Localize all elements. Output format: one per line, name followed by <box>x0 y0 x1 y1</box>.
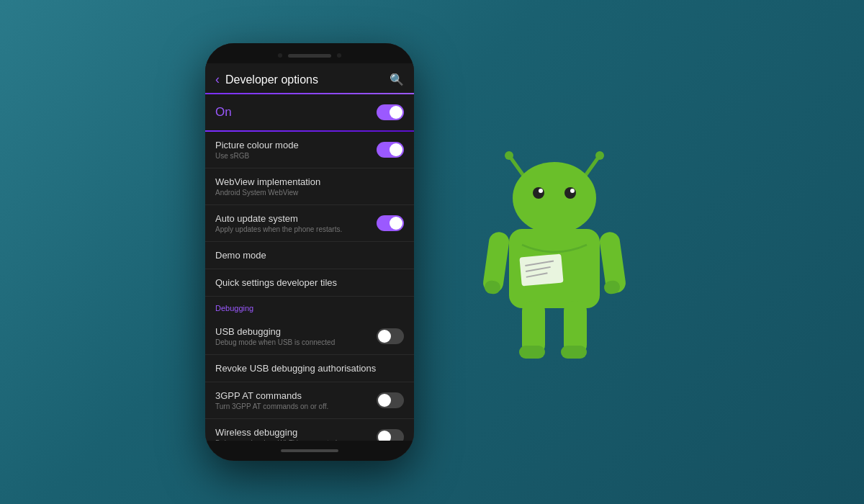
phone: ‹ Developer options 🔍 On Picture colour … <box>205 43 414 461</box>
toggle-6[interactable] <box>377 328 404 344</box>
toggle-2[interactable] <box>377 215 404 231</box>
on-toggle-switch[interactable] <box>377 104 404 120</box>
setting-row-3[interactable]: Demo mode <box>205 242 414 269</box>
setting-subtitle-9: Debug mode when Wi-Fi is connected <box>215 439 371 441</box>
setting-title-0: Picture colour mode <box>215 140 371 150</box>
back-button[interactable]: ‹ <box>215 72 220 87</box>
setting-text-6: USB debuggingDebug mode when USB is conn… <box>215 326 377 346</box>
toggle-knob-8 <box>378 394 391 407</box>
setting-subtitle-8: Turn 3GPP AT commands on or off. <box>215 402 371 410</box>
setting-row-8[interactable]: 3GPP AT commandsTurn 3GPP AT commands on… <box>205 382 414 419</box>
setting-title-1: WebView implementation <box>215 176 398 187</box>
svg-rect-17 <box>561 346 587 359</box>
setting-title-9: Wireless debugging <box>215 427 371 438</box>
setting-text-1: WebView implementationAndroid System Web… <box>215 176 404 197</box>
toggle-knob-9 <box>378 431 391 441</box>
svg-point-8 <box>570 189 575 193</box>
svg-rect-16 <box>519 346 545 359</box>
setting-text-7: Revoke USB debugging authorisations <box>215 363 404 374</box>
svg-point-6 <box>564 187 576 199</box>
setting-title-8: 3GPP AT commands <box>215 390 371 401</box>
notch-dot-left <box>278 53 282 58</box>
setting-row-1[interactable]: WebView implementationAndroid System Web… <box>205 168 414 205</box>
toggle-9[interactable] <box>377 429 404 441</box>
phone-notch <box>205 43 414 63</box>
setting-text-0: Picture colour modeUse sRGB <box>215 140 377 160</box>
setting-row-4[interactable]: Quick settings developer tiles <box>205 269 414 297</box>
phone-screen: ‹ Developer options 🔍 On Picture colour … <box>205 63 414 441</box>
on-toggle-knob <box>390 106 402 119</box>
setting-text-8: 3GPP AT commandsTurn 3GPP AT commands on… <box>215 390 377 410</box>
scene: ‹ Developer options 🔍 On Picture colour … <box>108 7 756 497</box>
notch-pill <box>288 54 331 58</box>
section-header-text: Debugging <box>215 304 253 312</box>
setting-subtitle-1: Android System WebView <box>215 189 398 197</box>
screen-header: ‹ Developer options 🔍 <box>205 63 414 93</box>
toggle-knob-6 <box>378 330 391 343</box>
setting-row-7[interactable]: Revoke USB debugging authorisations <box>205 355 414 382</box>
setting-text-2: Auto update systemApply updates when the… <box>215 213 377 233</box>
svg-point-4 <box>513 162 596 234</box>
on-label: On <box>215 105 232 120</box>
setting-row-9[interactable]: Wireless debuggingDebug mode when Wi-Fi … <box>205 419 414 441</box>
android-robot-svg <box>457 115 659 389</box>
toggle-0[interactable] <box>377 142 404 158</box>
setting-text-4: Quick settings developer tiles <box>215 277 404 288</box>
setting-subtitle-2: Apply updates when the phone restarts. <box>215 225 371 233</box>
setting-title-3: Demo mode <box>215 250 398 261</box>
setting-row-6[interactable]: USB debuggingDebug mode when USB is conn… <box>205 318 414 355</box>
toggle-knob-0 <box>390 143 402 156</box>
section-header-debugging: Debugging <box>205 297 414 318</box>
svg-point-3 <box>595 151 604 160</box>
phone-bottom-bar <box>205 441 414 461</box>
settings-list: Picture colour modeUse sRGBWebView imple… <box>205 132 414 441</box>
svg-point-7 <box>539 189 543 193</box>
setting-subtitle-6: Debug mode when USB is connected <box>215 338 371 346</box>
screen-title: Developer options <box>225 73 384 86</box>
setting-title-6: USB debugging <box>215 326 371 337</box>
setting-title-4: Quick settings developer tiles <box>215 277 398 288</box>
on-toggle-row[interactable]: On <box>205 94 414 130</box>
notch-dot-right <box>337 53 341 58</box>
toggle-8[interactable] <box>377 392 404 408</box>
setting-title-7: Revoke USB debugging authorisations <box>215 363 398 374</box>
search-icon[interactable]: 🔍 <box>390 73 404 86</box>
home-indicator <box>281 449 338 452</box>
setting-text-9: Wireless debuggingDebug mode when Wi-Fi … <box>215 427 377 441</box>
svg-rect-18 <box>519 254 563 287</box>
android-robot <box>457 115 659 389</box>
svg-point-1 <box>505 151 513 160</box>
setting-row-2[interactable]: Auto update systemApply updates when the… <box>205 205 414 242</box>
setting-text-3: Demo mode <box>215 250 404 261</box>
setting-title-2: Auto update system <box>215 213 371 224</box>
toggle-knob-2 <box>390 217 402 230</box>
svg-point-5 <box>533 187 544 199</box>
setting-row-0[interactable]: Picture colour modeUse sRGB <box>205 132 414 168</box>
setting-subtitle-0: Use sRGB <box>215 152 371 160</box>
